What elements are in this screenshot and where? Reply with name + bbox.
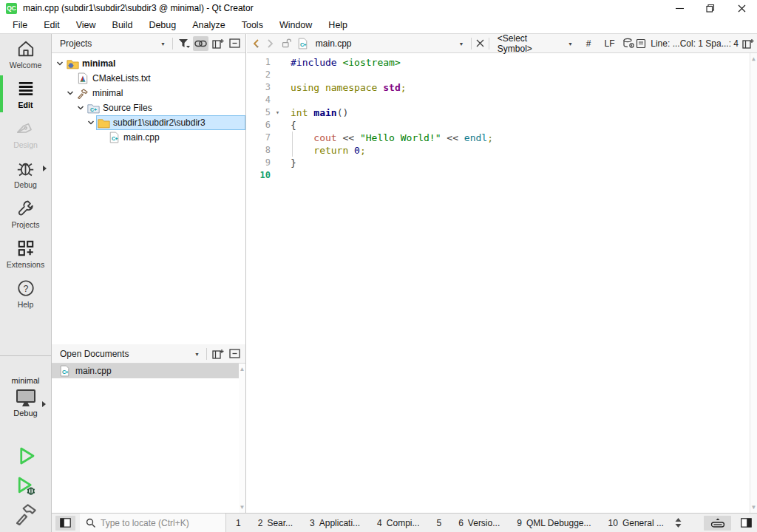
encoding-button[interactable] (622, 36, 634, 51)
restore-button[interactable] (695, 0, 726, 16)
mode-debug-button[interactable]: Debug (0, 154, 51, 194)
output-pane-1[interactable]: 1 (236, 518, 241, 528)
mode-edit-button[interactable]: Edit (0, 74, 51, 114)
line-number[interactable]: 1 (247, 56, 271, 69)
line-number[interactable]: 4 (247, 94, 271, 106)
open-document-main-cpp[interactable]: Cmain.cpp (52, 364, 239, 378)
output-pane-5[interactable]: 5 (436, 518, 441, 528)
split-editor-button[interactable] (742, 36, 754, 51)
chevron-down-icon[interactable]: ▼ (568, 41, 573, 47)
menu-window[interactable]: Window (271, 18, 320, 33)
symbol-selector[interactable]: <Select Symbol> (498, 33, 548, 54)
chevron-expanded-icon[interactable] (86, 119, 96, 126)
close-document-button[interactable] (474, 36, 486, 51)
chevron-expanded-icon[interactable] (55, 60, 65, 67)
line-ending-indicator[interactable]: LF (605, 38, 615, 49)
document-properties-button[interactable] (636, 36, 648, 51)
menu-debug[interactable]: Debug (140, 18, 184, 33)
toggle-left-sidebar-button[interactable] (55, 516, 75, 531)
code-line-9[interactable]: 9} (247, 157, 750, 169)
output-pane-4[interactable]: 4Compi... (377, 518, 419, 528)
tree-item-subdir1-subdir2-subdir3[interactable]: subdir1\subdir2\subdir3 (52, 115, 245, 130)
scroll-down-icon[interactable]: ▼ (750, 504, 757, 511)
line-number[interactable]: 7 (247, 132, 271, 144)
code-line-2[interactable]: 2 (247, 69, 750, 81)
toggle-right-sidebar-button[interactable] (738, 516, 754, 531)
line-number[interactable]: 9 (247, 157, 271, 169)
code-line-4[interactable]: 4 (247, 94, 750, 106)
code-line-1[interactable]: 1#include <iostream> (247, 56, 750, 69)
chevron-down-icon[interactable]: ▼ (459, 41, 464, 47)
tree-item-minimal[interactable]: minimal (52, 86, 245, 100)
tree-item-minimal[interactable]: minimal (52, 56, 245, 71)
fold-marker-icon[interactable]: ▾ (271, 106, 285, 119)
sync-with-editor-button[interactable] (193, 36, 208, 51)
line-number[interactable]: 6 (247, 119, 271, 132)
projects-panel-title[interactable]: Projects (52, 38, 92, 49)
code-line-5[interactable]: 5▾int main() (247, 106, 750, 119)
run-button[interactable] (0, 445, 51, 467)
go-back-button[interactable] (251, 36, 263, 51)
menu-edit[interactable]: Edit (35, 18, 68, 33)
code-line-6[interactable]: 6{ (247, 119, 750, 132)
hash-indicator[interactable]: # (586, 38, 591, 49)
menu-analyze[interactable]: Analyze (184, 18, 233, 33)
open-file-name[interactable]: main.cpp (316, 38, 352, 49)
code-editor[interactable]: 1#include <iostream>23using namespace st… (247, 53, 757, 513)
debug-run-button[interactable] (0, 474, 51, 497)
menu-help[interactable]: Help (320, 18, 356, 33)
line-number[interactable]: 10 (247, 169, 271, 182)
mode-design-button[interactable]: Design (0, 114, 51, 154)
toggle-output-pane-button[interactable] (704, 516, 731, 531)
go-forward-button[interactable] (264, 36, 276, 51)
mode-projects-button[interactable]: Projects (0, 194, 51, 233)
chevron-down-icon[interactable]: ▼ (160, 41, 166, 47)
code-line-8[interactable]: 8 return 0; (247, 144, 750, 157)
locator[interactable] (80, 514, 226, 532)
output-pane-6[interactable]: 6Versio... (458, 518, 500, 528)
code-line-10[interactable]: 10 (247, 169, 750, 182)
close-panel-button[interactable] (227, 36, 242, 51)
locator-input[interactable] (101, 518, 211, 528)
mode-extensions-button[interactable]: Extensions (0, 233, 51, 273)
menu-view[interactable]: View (68, 18, 104, 33)
pane-nav-arrows[interactable] (674, 517, 682, 528)
build-button[interactable] (0, 502, 51, 526)
minimize-button[interactable] (664, 0, 695, 16)
line-number[interactable]: 3 (247, 81, 271, 94)
code-line-3[interactable]: 3using namespace std; (247, 81, 750, 94)
close-button[interactable] (726, 0, 757, 16)
open-documents-title[interactable]: Open Documents (52, 349, 129, 359)
line-number[interactable]: 8 (247, 144, 271, 157)
editor-scrollbar[interactable]: ▲ ▼ (750, 53, 757, 513)
chevron-expanded-icon[interactable] (75, 104, 86, 112)
kit-selector-button[interactable]: Debug (0, 389, 51, 423)
scroll-down-icon[interactable]: ▼ (239, 504, 245, 511)
tree-item-main-cpp[interactable]: Cmain.cpp (52, 130, 245, 145)
file-lock-button[interactable] (281, 36, 293, 51)
line-number[interactable]: 5 (247, 106, 271, 119)
output-pane-10[interactable]: 10General ... (608, 518, 664, 528)
scroll-up-icon[interactable]: ▲ (750, 55, 757, 62)
filter-button[interactable] (176, 36, 191, 51)
output-pane-3[interactable]: 3Applicati... (310, 518, 360, 528)
mode-welcome-button[interactable]: Welcome (0, 34, 51, 74)
split-panel-button[interactable] (210, 36, 225, 51)
menu-build[interactable]: Build (104, 18, 141, 33)
tree-item-source-files[interactable]: C+Source Files (52, 100, 245, 115)
cursor-position-info[interactable]: Line: ...Col: 1 Spa...: 4 (651, 38, 739, 49)
code-line-7[interactable]: 7 cout << "Hello World!" << endl; (247, 132, 750, 144)
menu-tools[interactable]: Tools (234, 18, 271, 33)
scrollbar[interactable]: ▲ ▼ (239, 364, 245, 513)
line-number[interactable]: 2 (247, 69, 271, 81)
output-pane-9[interactable]: 9QML Debugge... (517, 518, 591, 528)
chevron-expanded-icon[interactable] (65, 89, 75, 97)
menu-file[interactable]: File (4, 18, 35, 33)
scroll-up-icon[interactable]: ▲ (239, 366, 245, 372)
split-panel-button[interactable] (210, 347, 225, 361)
output-pane-2[interactable]: 2Sear... (258, 518, 293, 528)
tree-item-cmakelists-txt[interactable]: CMakeLists.txt (52, 71, 245, 86)
chevron-down-icon[interactable]: ▼ (194, 352, 200, 357)
mode-help-button[interactable]: ?Help (0, 273, 51, 313)
flyout-arrow-icon[interactable] (43, 166, 47, 171)
